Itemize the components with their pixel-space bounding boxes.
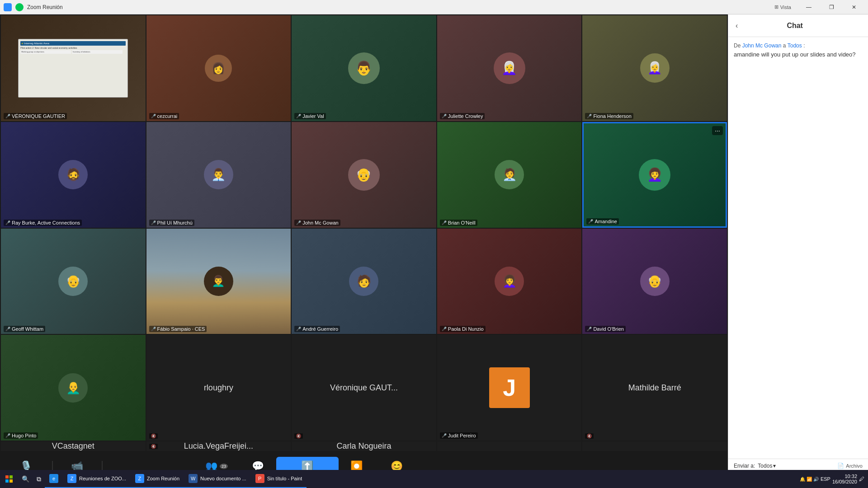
mic-icon-14: 🎤: [442, 327, 447, 331]
participant-cell-fiona[interactable]: 👩‍🦳 🎤 Fiona Henderson: [582, 15, 727, 121]
chat-message-item: De John Mc Gowan a Todos : amandine will…: [734, 42, 863, 59]
file-button[interactable]: 📄 Archivo: [837, 463, 863, 469]
sender-name: John Mc Gowan: [742, 42, 782, 49]
participant-name-ray: 🎤 Ray Burke, Active Connections: [4, 220, 82, 226]
mic-icon-5: 🎤: [587, 114, 592, 118]
mic-icon-4: 🎤: [442, 114, 447, 118]
language-label: ESP: [821, 476, 830, 482]
participant-cell-john[interactable]: 👴 🎤 John Mc Gowan: [292, 122, 436, 228]
participant-cell-david[interactable]: 👴 🎤 David O'Brien: [582, 229, 727, 334]
taskbar-app-word[interactable]: W Nuevo documento ...: [184, 470, 251, 488]
participant-name-john: 🎤 John Mc Gowan: [294, 220, 340, 226]
system-clock: 10:32 16/09/2020: [832, 474, 857, 484]
task-view-button[interactable]: ⧉: [33, 470, 45, 488]
taskview-icon: ⧉: [37, 475, 41, 483]
mic-muted-icon: 🔇: [151, 434, 156, 438]
send-to-dropdown[interactable]: Todos ▾: [758, 463, 776, 469]
participant-count-badge: 23: [220, 464, 228, 469]
participant-cell-javier[interactable]: 👨 🎤 Javier Val: [292, 15, 436, 121]
participant-cell-veronique[interactable]: ★ Interreg Atlantic Area Pilot action 2:…: [1, 15, 146, 121]
titlebar: Zoom Reunión ⊞ Vista — ❐ ✕: [0, 0, 868, 14]
empty-cell-1: [437, 441, 582, 451]
taskbar-system-tray: 🔔 📶 🔊 ESP 10:32 16/09/2020 🖊: [800, 474, 868, 484]
participant-name-lucia: 🔇: [149, 444, 158, 449]
participant-cell-cezcurrai[interactable]: 👩 🎤 cezcurrai: [146, 15, 291, 121]
taskbar-app-ie[interactable]: e: [45, 470, 63, 488]
participant-cell-geoff[interactable]: 👴 🎤 Geoff Whittam: [1, 229, 146, 334]
taskbar-app-zoom2[interactable]: Z Zoom Reunión: [131, 470, 184, 488]
participant-cell-vcastagnet[interactable]: VCastagnet: [1, 441, 146, 451]
participant-name-javier: 🎤 Javier Val: [294, 113, 326, 119]
participant-cell-judit[interactable]: J 🎤 Judit Pereiro: [437, 335, 582, 441]
time-display: 10:32: [832, 474, 857, 479]
restore-button[interactable]: ❐: [821, 0, 842, 14]
svg-rect-2: [5, 479, 9, 483]
mic-icon-12: 🎤: [151, 327, 156, 331]
more-options-btn[interactable]: ···: [712, 126, 723, 135]
participant-cell-juliette[interactable]: 👩‍🦳 🎤 Juliette Crowley: [437, 15, 582, 121]
vista-button[interactable]: ⊞ Vista: [774, 4, 791, 10]
notifications-icon[interactable]: 🖊: [859, 476, 864, 482]
search-button[interactable]: 🔍: [18, 470, 33, 488]
dropdown-chevron-icon: ▾: [773, 463, 776, 469]
chat-back-button[interactable]: ‹: [736, 22, 738, 30]
participant-cell-paola[interactable]: 👩‍🦱 🎤 Paola Di Nunzio: [437, 229, 582, 334]
participant-name-mathilde: 🔇: [585, 433, 594, 439]
minimize-button[interactable]: —: [798, 0, 819, 14]
participant-name-amandine: 🎤 Amandine: [586, 218, 619, 225]
chat-title: Chat: [787, 22, 803, 30]
chat-messages: De John Mc Gowan a Todos : amandine will…: [728, 37, 868, 459]
participant-cell-ray[interactable]: 🧔 🎤 Ray Burke, Active Connections: [1, 122, 146, 228]
participant-name-juliette: 🎤 Juliette Crowley: [440, 113, 485, 119]
start-button[interactable]: [0, 470, 18, 488]
participant-cell-andre[interactable]: 🧑 🎤 André Guerreiro: [292, 229, 436, 334]
tray-icons: 🔔 📶 🔊: [800, 477, 819, 482]
participant-cell-veronique2[interactable]: Véronique GAUT... 🔇: [292, 335, 436, 441]
main-container: ★ Interreg Atlantic Area Pilot action 2:…: [0, 14, 868, 488]
mic-icon-7: 🎤: [151, 221, 156, 225]
participant-cell-mathilde[interactable]: Mathilde Barré 🔇: [582, 335, 727, 441]
taskbar-app-zoom1[interactable]: Z Reuniones de ZOO...: [63, 470, 131, 488]
participant-cell-carla[interactable]: Carla Nogueira: [292, 441, 436, 451]
empty-cell-2: [582, 441, 727, 451]
mic-icon-8: 🎤: [296, 221, 301, 225]
taskbar-app-paint[interactable]: P Sin título - Paint: [251, 470, 307, 488]
video-grid-container: ★ Interreg Atlantic Area Pilot action 2:…: [0, 14, 728, 488]
mic-icon-17: 🎤: [442, 433, 447, 438]
participant-name-veronique2: 🔇: [294, 433, 303, 439]
taskbar: 🔍 ⧉ e Z Reuniones de ZOO... Z Zoom Reuni…: [0, 470, 868, 488]
participant-name-text-carla: Carla Nogueira: [336, 441, 391, 451]
participant-cell-hugo[interactable]: 👨‍🦲 🎤 Hugo Pinto: [1, 335, 146, 441]
participant-cell-rloughry[interactable]: rloughry 🔇: [146, 335, 291, 441]
mic-icon-6: 🎤: [5, 221, 10, 225]
participant-name-fabio: 🎤 Fábio Sampaio · CES: [149, 326, 207, 332]
participant-cell-fabio[interactable]: 👨‍🦱 🎤 Fábio Sampaio · CES: [146, 229, 291, 334]
participant-name-cezcurrai: 🎤 cezcurrai: [149, 113, 179, 119]
participant-name-phil: 🎤 Phil Uí Mhurchú: [149, 220, 194, 226]
mic-icon-11: 🎤: [5, 327, 10, 331]
participant-name-text-rloughry: rloughry: [204, 383, 233, 393]
participant-name-rloughry: 🔇: [149, 433, 158, 439]
windows-icon: [5, 475, 13, 483]
participant-name-andre: 🎤 André Guerreiro: [294, 326, 340, 332]
close-button[interactable]: ✕: [844, 0, 864, 14]
date-display: 16/09/2020: [832, 479, 857, 484]
zoom1-label: Reuniones de ZOO...: [79, 476, 126, 481]
avatar-judit: J: [489, 367, 530, 408]
participant-name-david: 🎤 David O'Brien: [585, 326, 626, 332]
paint-icon: P: [255, 474, 264, 483]
participant-cell-amandine[interactable]: 👩‍🦱 ··· 🎤 Amandine: [582, 122, 727, 228]
ie-icon: e: [49, 474, 58, 483]
recipients-value: Todos: [758, 463, 772, 469]
participant-cell-phil[interactable]: 👨‍💼 🎤 Phil Uí Mhurchú: [146, 122, 291, 228]
file-label: Archivo: [846, 463, 863, 469]
participant-cell-lucia[interactable]: Lucia.VegaFreijei... 🔇: [146, 441, 291, 451]
video-grid: ★ Interreg Atlantic Area Pilot action 2:…: [0, 14, 728, 452]
participant-cell-brian[interactable]: 🧑‍💼 🎤 Brian O'Neill: [437, 122, 582, 228]
shield-icon: [15, 3, 24, 11]
paint-label: Sin título - Paint: [267, 476, 302, 481]
participant-name-paola: 🎤 Paola Di Nunzio: [440, 326, 486, 332]
svg-rect-0: [5, 475, 9, 479]
svg-rect-3: [9, 479, 13, 483]
participant-name-brian: 🎤 Brian O'Neill: [440, 220, 477, 226]
